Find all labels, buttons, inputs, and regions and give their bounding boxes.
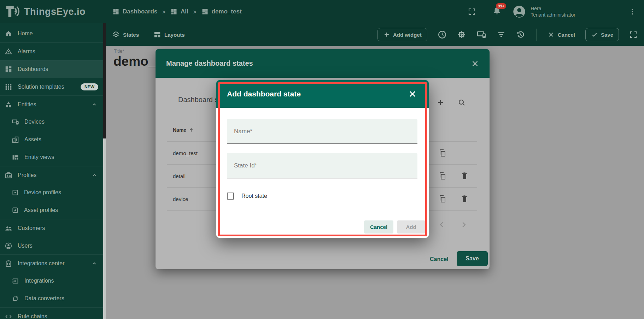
top-bar: ThingsEye.io Dashboards > All > demo_tes…	[0, 0, 644, 23]
sidebar-item-integrations[interactable]: Integrations	[0, 272, 103, 290]
chevron-up-icon	[91, 101, 98, 108]
sidebar-item-assets[interactable]: Assets	[0, 131, 103, 148]
thingseye-logo-icon	[4, 4, 21, 19]
avatar[interactable]	[512, 5, 526, 19]
add-widget-button[interactable]: Add widget	[377, 28, 427, 41]
breadcrumb: Dashboards > All > demo_test	[103, 8, 242, 15]
state-id-input[interactable]	[227, 153, 417, 178]
toolbar-save-button[interactable]: Save	[585, 28, 619, 41]
page-previous-icon[interactable]	[437, 220, 446, 229]
sidebar-item-label: Dashboards	[18, 66, 48, 72]
sidebar-item-profiles[interactable]: Profiles	[0, 166, 103, 184]
kebab-menu-icon[interactable]	[628, 8, 636, 16]
sidebar-item-label: Integrations center	[18, 260, 65, 267]
dashboard-icon	[170, 8, 177, 15]
sidebar-item-asset-profiles[interactable]: Asset profiles	[0, 201, 103, 219]
sidebar-item-solution-templates[interactable]: Solution templates NEW	[0, 78, 103, 95]
name-column-header[interactable]: Name	[173, 127, 186, 133]
sidebar-item-label: Profiles	[18, 172, 36, 178]
state-name-cell: detail	[173, 173, 186, 179]
states-label: States	[123, 32, 139, 38]
sidebar-scrollbar-thumb[interactable]	[103, 23, 106, 138]
add-dialog-title: Add dashboard state	[227, 90, 301, 98]
people-icon	[5, 224, 12, 232]
user-info[interactable]: Hera Tenant administrator	[531, 5, 575, 18]
add-dialog-body: Root state	[216, 108, 429, 238]
timewindow-clock-icon[interactable]	[438, 30, 447, 39]
logo-text: ThingsEye.io	[24, 6, 86, 17]
sidebar-item-devices[interactable]: Devices	[0, 113, 103, 131]
name-field	[227, 119, 417, 144]
layouts-button[interactable]: Layouts	[153, 31, 185, 39]
copy-state-id-icon[interactable]	[438, 172, 447, 180]
view-quilt-icon	[12, 154, 19, 161]
add-dashboard-state-dialog: Add dashboard state Root state Cancel Ad…	[216, 80, 429, 238]
chevron-up-icon	[91, 172, 98, 178]
sidebar-item-label: Devices	[24, 119, 45, 125]
sidebar-item-users[interactable]: Users	[0, 237, 103, 254]
sidebar-item-label: Entities	[18, 101, 36, 108]
sidebar-item-alarms[interactable]: Alarms	[0, 42, 103, 60]
add-dialog-add-button[interactable]: Add	[397, 220, 425, 234]
fullscreen-icon[interactable]	[468, 7, 476, 16]
sidebar-item-dashboards[interactable]: Dashboards	[0, 60, 103, 78]
sidebar-item-integrations-center[interactable]: Integrations center	[0, 254, 103, 272]
breadcrumb-demo-test[interactable]: demo_test	[201, 8, 242, 15]
sidebar-item-entities[interactable]: Entities	[0, 95, 103, 113]
state-name-cell: device	[173, 196, 188, 202]
notification-badge: 99+	[496, 3, 506, 9]
user-circle-icon	[5, 242, 12, 250]
user-name: Hera	[531, 5, 575, 12]
delete-state-icon[interactable]	[460, 195, 469, 203]
name-input[interactable]	[227, 119, 417, 143]
integration-box-icon	[5, 260, 12, 267]
home-icon	[5, 30, 12, 37]
breadcrumb-all[interactable]: All	[170, 8, 188, 15]
breadcrumb-label: demo_test	[212, 8, 242, 15]
sidebar-item-home[interactable]: Home	[0, 25, 103, 42]
close-icon[interactable]	[471, 60, 479, 67]
toolbar-cancel-button[interactable]: Cancel	[548, 31, 575, 38]
sidebar-item-entity-views[interactable]: Entity views	[0, 148, 103, 166]
copy-state-id-icon[interactable]	[438, 149, 447, 157]
sidebar-scrollbar[interactable]	[103, 23, 106, 319]
settings-gear-icon[interactable]	[457, 30, 466, 39]
search-icon[interactable]	[457, 98, 466, 107]
manage-cancel-button[interactable]: Cancel	[428, 254, 450, 265]
logo[interactable]: ThingsEye.io	[0, 4, 103, 19]
notifications-button[interactable]: 99+	[492, 6, 502, 17]
root-state-checkbox[interactable]	[227, 193, 234, 200]
dashboard-icon	[112, 8, 119, 15]
page-next-icon[interactable]	[459, 220, 468, 229]
warning-icon	[5, 48, 12, 55]
sort-ascending-icon[interactable]	[188, 127, 194, 133]
delete-state-icon[interactable]	[460, 172, 469, 180]
state-name-cell: demo_test	[173, 150, 198, 156]
add-state-plus-icon[interactable]	[436, 98, 445, 107]
sidebar-item-label: Customers	[18, 225, 45, 231]
toolbar-cancel-label: Cancel	[558, 32, 575, 38]
sidebar-item-label: Integrations	[24, 278, 54, 284]
root-state-label: Root state	[241, 193, 267, 199]
manage-dialog-header: Manage dashboard states	[156, 49, 490, 78]
close-icon[interactable]	[408, 90, 417, 98]
add-dialog-cancel-button[interactable]: Cancel	[364, 220, 393, 234]
asset-profile-icon	[12, 207, 19, 214]
fullscreen-icon[interactable]	[629, 30, 638, 39]
filters-icon[interactable]	[497, 30, 506, 39]
sidebar-item-rule-chains[interactable]: Rule chains	[0, 307, 103, 319]
sidebar-item-data-converters[interactable]: Data converters	[0, 290, 103, 307]
breadcrumb-separator: >	[162, 9, 165, 15]
toolbar-save-label: Save	[601, 32, 613, 38]
user-role: Tenant administrator	[531, 12, 575, 18]
sidebar-item-device-profiles[interactable]: Device profiles	[0, 184, 103, 201]
entity-aliases-devices-icon[interactable]	[476, 30, 486, 40]
manage-save-button[interactable]: Save	[457, 251, 488, 266]
version-history-icon[interactable]	[516, 30, 525, 39]
breadcrumb-dashboards[interactable]: Dashboards	[112, 8, 157, 15]
copy-state-id-icon[interactable]	[438, 195, 447, 203]
breadcrumb-label: Dashboards	[123, 8, 157, 15]
dashboard-edit-toolbar: States Layouts Add widget Cancel Save	[106, 23, 644, 46]
sidebar-item-customers[interactable]: Customers	[0, 219, 103, 237]
states-button[interactable]: States	[112, 31, 139, 39]
